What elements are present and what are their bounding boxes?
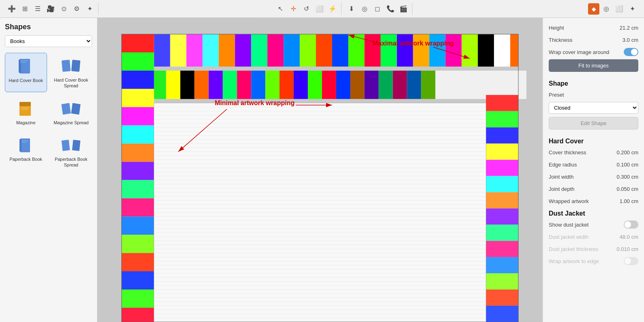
add-button[interactable]: ➕ <box>6 3 18 15</box>
shape-grid: Hard Cover Book Hard Cover Book Spread <box>5 53 92 171</box>
thickness-value: 3.0 cm <box>623 37 638 43</box>
svg-rect-48 <box>166 71 180 99</box>
toolbar-group-right: ◆ ◎ ⬜ ✦ <box>586 3 641 15</box>
svg-rect-44 <box>510 34 518 67</box>
settings-button[interactable]: ⚙ <box>71 3 83 15</box>
svg-text:Minimal artwork wrapping: Minimal artwork wrapping <box>215 99 294 106</box>
shape-item-paperback-book[interactable]: Paperback Book <box>5 132 47 171</box>
svg-rect-59 <box>322 71 336 99</box>
svg-rect-52 <box>223 71 237 99</box>
svg-rect-74 <box>122 144 154 162</box>
svg-rect-55 <box>265 71 279 99</box>
menu-button[interactable]: ☰ <box>32 3 44 15</box>
phone-tool[interactable]: 📞 <box>384 3 397 15</box>
move-tool[interactable]: ✛ <box>288 3 300 15</box>
shape-item-hard-cover-book[interactable]: Hard Cover Book <box>5 53 47 92</box>
camera-button[interactable]: 🎥 <box>45 3 57 15</box>
hard-cover-book-icon <box>16 56 36 76</box>
svg-rect-66 <box>421 71 436 99</box>
svg-rect-53 <box>237 71 251 99</box>
sun-button[interactable]: ✦ <box>84 3 96 15</box>
grid-button[interactable]: ⊞ <box>19 3 31 15</box>
svg-rect-28 <box>251 34 267 67</box>
wrap-cover-toggle[interactable] <box>624 48 638 56</box>
orange-mode-icon[interactable]: ◆ <box>588 3 599 15</box>
wrap-artwork-edge-row: Wrap artwork to edge <box>549 256 638 266</box>
svg-rect-37 <box>397 34 413 67</box>
frame-tool[interactable]: ◻ <box>371 3 384 15</box>
shape-section-header: Shape <box>549 80 638 87</box>
connect-tool[interactable]: ⚡ <box>326 3 339 15</box>
shape-label-magazine: Magazine <box>16 120 36 125</box>
svg-rect-36 <box>381 34 397 67</box>
svg-rect-62 <box>365 71 379 99</box>
svg-rect-42 <box>478 34 494 67</box>
book-3d-svg: Maximal artwork wrapping Minimal artwork… <box>97 18 543 322</box>
svg-rect-26 <box>219 34 235 67</box>
toolbar-group-center2: ⬇ ◎ ◻ 📞 🎬 <box>343 3 412 15</box>
svg-rect-97 <box>486 290 518 306</box>
shapes-dropdown[interactable]: Books <box>5 35 92 47</box>
svg-rect-24 <box>187 34 203 67</box>
svg-rect-65 <box>407 71 421 99</box>
svg-rect-47 <box>152 71 166 99</box>
canvas-area[interactable]: Maximal artwork wrapping Minimal artwork… <box>97 18 543 322</box>
svg-rect-77 <box>122 198 154 216</box>
sidebar-title: Shapes <box>5 23 92 31</box>
svg-rect-70 <box>122 71 154 89</box>
shape-item-magazine[interactable]: Magazine <box>5 95 47 129</box>
svg-rect-57 <box>294 71 308 99</box>
svg-rect-75 <box>122 162 154 180</box>
svg-text:Maximal artwork wrapping: Maximal artwork wrapping <box>373 40 454 47</box>
svg-rect-14 <box>21 140 28 141</box>
fit-to-images-button[interactable]: Fit to images <box>549 59 638 72</box>
sphere-icon[interactable]: ◎ <box>600 3 612 15</box>
svg-rect-71 <box>122 89 154 107</box>
select-tool[interactable]: ↖ <box>275 3 287 15</box>
svg-rect-17 <box>72 140 81 151</box>
shape-item-paperback-book-spread[interactable]: Paperback Book Spread <box>50 132 92 171</box>
preset-dropdown[interactable]: Closed Open Half Open <box>549 102 638 114</box>
svg-rect-43 <box>494 34 510 67</box>
shape-item-hard-cover-book-spread[interactable]: Hard Cover Book Spread <box>50 53 92 92</box>
target-button[interactable]: ⊙ <box>58 3 70 15</box>
joint-depth-value: 0.050 cm <box>617 186 638 192</box>
wrap-cover-row: Wrap cover image around <box>549 47 638 57</box>
svg-rect-85 <box>486 95 518 111</box>
svg-rect-69 <box>122 52 154 71</box>
svg-rect-9 <box>21 109 28 110</box>
wrap-artwork-edge-label: Wrap artwork to edge <box>549 258 599 264</box>
svg-rect-34 <box>348 34 365 67</box>
wrapped-artwork-row: Wrapped artwork 1.00 cm <box>549 196 638 206</box>
paperback-book-icon <box>16 135 36 155</box>
svg-rect-29 <box>267 34 283 67</box>
svg-rect-58 <box>308 71 322 99</box>
svg-rect-60 <box>336 71 350 99</box>
scale-tool[interactable]: ⬜ <box>313 3 326 15</box>
svg-rect-54 <box>251 71 265 99</box>
svg-rect-4 <box>62 60 71 72</box>
svg-rect-81 <box>122 271 154 290</box>
show-dust-jacket-toggle[interactable] <box>624 220 638 229</box>
layout-tool[interactable]: ⬇ <box>346 3 358 15</box>
shape-item-magazine-spread[interactable]: Magazine Spread <box>50 95 92 129</box>
video-tool[interactable]: 🎬 <box>397 3 410 15</box>
window-icon[interactable]: ⬜ <box>613 3 625 15</box>
svg-rect-30 <box>283 34 300 67</box>
svg-rect-22 <box>154 34 170 67</box>
orbit-tool[interactable]: ◎ <box>358 3 371 15</box>
svg-rect-7 <box>19 102 31 106</box>
svg-rect-96 <box>486 273 518 290</box>
wrapped-artwork-label: Wrapped artwork <box>549 198 589 204</box>
svg-rect-15 <box>21 142 26 143</box>
magazine-spread-icon <box>61 99 81 118</box>
edge-radius-label: Edge radius <box>549 162 577 168</box>
toolbar-group-left: ➕ ⊞ ☰ 🎥 ⊙ ⚙ ✦ <box>3 3 99 15</box>
hard-cover-section-header: Hard Cover <box>549 138 638 145</box>
star-icon[interactable]: ✦ <box>626 3 638 15</box>
svg-rect-38 <box>413 34 429 67</box>
svg-rect-3 <box>20 62 26 63</box>
height-row: Height 21.2 cm <box>549 23 638 32</box>
rotate-tool[interactable]: ↺ <box>301 3 313 15</box>
right-panel: Height 21.2 cm Thickness 3.0 cm Wrap cov… <box>543 18 644 322</box>
